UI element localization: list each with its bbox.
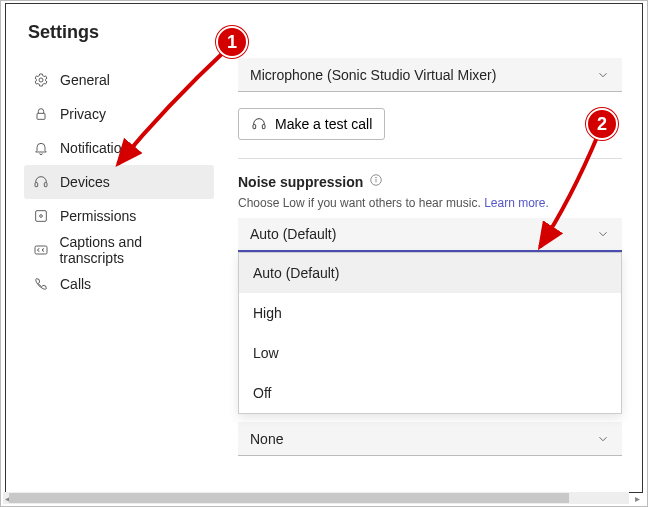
microphone-dropdown[interactable]: Microphone (Sonic Studio Virtual Mixer) [238,58,622,92]
sidebar-item-privacy[interactable]: Privacy [24,97,214,131]
sidebar-item-notifications[interactable]: Notifications [24,131,214,165]
scroll-thumb[interactable] [9,493,569,503]
settings-main: Microphone (Sonic Studio Virtual Mixer) … [238,22,622,474]
svg-rect-7 [253,125,256,129]
svg-rect-2 [35,183,38,187]
chevron-down-icon [596,68,610,82]
noise-option-auto[interactable]: Auto (Default) [239,253,621,293]
sidebar-item-label: Captions and transcripts [59,234,206,266]
sidebar-item-captions[interactable]: Captions and transcripts [24,233,214,267]
microphone-selected: Microphone (Sonic Studio Virtual Mixer) [250,67,496,83]
horizontal-scrollbar[interactable]: ◂ ▸ [3,492,629,504]
svg-point-5 [40,215,43,218]
sidebar-item-label: Permissions [60,208,136,224]
noise-helper-text: Choose Low if you want others to hear mu… [238,196,622,210]
secondary-selected: None [250,431,283,447]
settings-sidebar: Settings General Privacy Notifications [24,22,214,474]
chevron-down-icon [596,432,610,446]
bell-icon [32,139,50,157]
svg-rect-6 [35,246,47,254]
gear-icon [32,71,50,89]
cc-icon [32,241,49,259]
info-icon[interactable] [369,173,383,190]
scroll-right-icon[interactable]: ▸ [631,492,643,504]
annotation-bubble-1: 1 [216,26,248,58]
svg-rect-3 [44,183,47,187]
sidebar-item-general[interactable]: General [24,63,214,97]
secondary-dropdown[interactable]: None [238,422,622,456]
headset-icon [32,173,50,191]
chevron-down-icon [596,227,610,241]
svg-point-11 [376,177,377,178]
svg-point-0 [39,78,43,82]
annotation-bubble-2: 2 [586,108,618,140]
learn-more-link[interactable]: Learn more. [484,196,549,210]
noise-suppression-options: Auto (Default) High Low Off [238,252,622,414]
svg-rect-4 [36,211,47,222]
noise-selected: Auto (Default) [250,226,336,242]
svg-rect-1 [37,113,45,119]
sidebar-item-calls[interactable]: Calls [24,267,214,301]
key-icon [32,207,50,225]
sidebar-item-label: Devices [60,174,110,190]
phone-icon [32,275,50,293]
sidebar-item-label: General [60,72,110,88]
make-test-call-button[interactable]: Make a test call [238,108,385,140]
noise-option-low[interactable]: Low [239,333,621,373]
sidebar-item-label: Notifications [60,140,136,156]
noise-suppression-dropdown[interactable]: Auto (Default) [238,218,622,252]
noise-option-high[interactable]: High [239,293,621,333]
sidebar-item-permissions[interactable]: Permissions [24,199,214,233]
sidebar-item-label: Calls [60,276,91,292]
sidebar-item-label: Privacy [60,106,106,122]
sidebar-item-devices[interactable]: Devices [24,165,214,199]
noise-suppression-title: Noise suppression [238,173,622,190]
svg-rect-8 [262,125,265,129]
test-call-label: Make a test call [275,116,372,132]
noise-option-off[interactable]: Off [239,373,621,413]
lock-icon [32,105,50,123]
headset-small-icon [251,116,267,132]
section-divider [238,158,622,159]
page-title: Settings [24,22,214,43]
